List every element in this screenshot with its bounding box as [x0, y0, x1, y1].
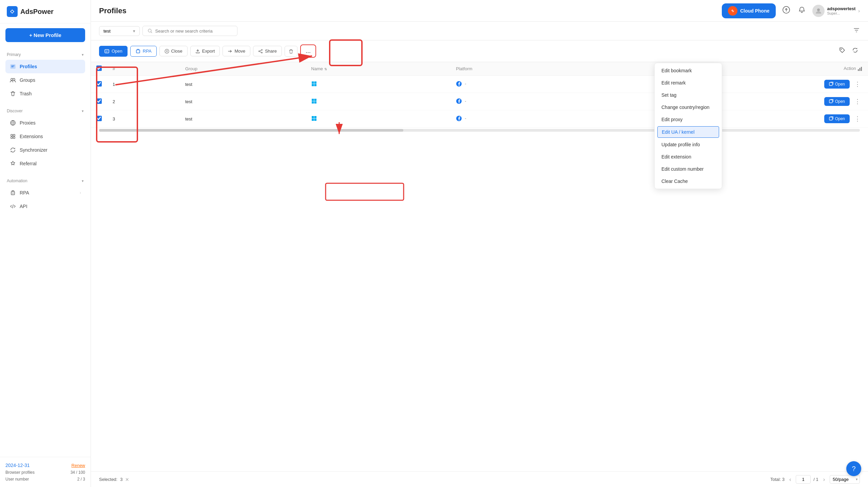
dropdown-item-edit-proxy[interactable]: Edit proxy	[655, 113, 722, 126]
support-button[interactable]: ?	[846, 461, 861, 476]
col-number: #	[107, 62, 180, 76]
row-open-button[interactable]: Open	[824, 114, 850, 123]
rpa-arrow: ›	[80, 190, 81, 195]
svg-rect-9	[11, 191, 15, 195]
svg-rect-36	[314, 101, 317, 104]
automation-section-label[interactable]: Automation ▾	[0, 176, 91, 186]
total-label: Total: 3	[770, 477, 785, 482]
sidebar-item-groups[interactable]: Groups	[3, 73, 88, 87]
move-button[interactable]: Move	[223, 46, 250, 56]
tag-button[interactable]	[837, 45, 847, 57]
selected-label: Selected:	[99, 477, 117, 482]
row-group: test	[180, 110, 306, 128]
notification-button[interactable]	[797, 5, 807, 17]
sidebar-item-trash[interactable]: Trash	[3, 87, 88, 100]
filter-button[interactable]	[853, 27, 860, 35]
select-all-header[interactable]	[91, 62, 107, 76]
clear-selection-button[interactable]: ✕	[125, 477, 129, 482]
row-checkbox[interactable]	[96, 116, 102, 121]
row-checkbox-cell[interactable]	[91, 76, 107, 93]
sidebar-item-proxies[interactable]: Proxies	[3, 116, 88, 130]
api-icon	[9, 203, 16, 210]
dropdown-item-clear-cache[interactable]: Clear Cache	[655, 175, 722, 187]
renew-link[interactable]: Renew	[72, 463, 85, 468]
more-actions-button[interactable]: ...	[300, 44, 316, 58]
groups-icon	[9, 77, 16, 83]
sidebar-item-rpa[interactable]: RPA ›	[3, 186, 88, 200]
sidebar-item-extensions[interactable]: Extensions	[3, 130, 88, 143]
facebook-icon: -	[456, 81, 466, 87]
row-checkbox-cell[interactable]	[91, 110, 107, 128]
dropdown-item-edit-bookmark[interactable]: Edit bookmark	[655, 64, 722, 77]
upload-button[interactable]	[781, 5, 791, 17]
sidebar-item-synchronizer[interactable]: Synchronizer	[3, 143, 88, 157]
primary-items: Profiles Groups Trash	[0, 60, 91, 100]
stats-icon	[857, 66, 863, 72]
username: adspowertest	[827, 6, 856, 11]
sidebar-referral-label: Referral	[20, 161, 37, 166]
open-button[interactable]: Open	[99, 46, 128, 57]
row-action: Open ⋮	[599, 93, 868, 110]
dropdown-item-edit-extension[interactable]: Edit extension	[655, 151, 722, 163]
share-button[interactable]: Share	[253, 46, 282, 56]
row-checkbox[interactable]	[96, 81, 102, 87]
svg-rect-38	[829, 100, 832, 103]
dropdown-item-change-country[interactable]: Change country/region	[655, 101, 722, 113]
svg-point-20	[262, 49, 263, 50]
sidebar-rpa-label: RPA	[20, 190, 29, 195]
page-input[interactable]	[796, 475, 811, 484]
row-more-button[interactable]: ⋮	[852, 97, 863, 106]
sidebar-item-api[interactable]: API	[3, 200, 88, 213]
dropdown-item-update-profile[interactable]: Update profile info	[655, 138, 722, 151]
user-number-value: 2 / 3	[77, 477, 85, 482]
per-page-selector[interactable]: 50/page 100/page	[830, 475, 860, 484]
page-separator: / 1	[813, 477, 818, 482]
row-checkbox[interactable]	[96, 98, 102, 104]
col-name[interactable]: Name ⇅	[306, 62, 450, 76]
select-all-checkbox[interactable]	[96, 65, 102, 71]
dropdown-item-set-tag[interactable]: Set tag	[655, 89, 722, 101]
next-page-button[interactable]: ›	[821, 476, 827, 483]
row-open-button[interactable]: Open	[824, 97, 850, 106]
sidebar-item-profiles[interactable]: Profiles	[5, 60, 85, 73]
svg-rect-6	[13, 134, 15, 136]
svg-rect-17	[105, 50, 109, 53]
svg-point-10	[12, 192, 13, 193]
prev-page-button[interactable]: ‹	[787, 476, 793, 483]
table-footer: Selected: 3 ✕ Total: 3 ‹ / 1 › 50/page 1…	[91, 471, 868, 487]
cloud-phone-label: Cloud Phone	[740, 8, 769, 14]
horizontal-scrollbar[interactable]	[99, 129, 860, 132]
new-profile-button[interactable]: + New Profile	[5, 28, 85, 42]
group-selector[interactable]: test ▾	[99, 26, 140, 36]
refresh-button[interactable]	[850, 45, 860, 57]
user-profile[interactable]: adspowertest Super... ›	[812, 5, 860, 17]
rpa-button[interactable]: RPA	[130, 46, 157, 57]
svg-rect-30	[314, 84, 317, 86]
close-button[interactable]: Close	[159, 46, 188, 56]
search-input[interactable]	[155, 29, 232, 34]
dropdown-item-edit-custom-number[interactable]: Edit custom number	[655, 163, 722, 175]
proxies-icon	[9, 119, 16, 126]
discover-section-label[interactable]: Discover ▾	[0, 106, 91, 116]
export-button[interactable]: Export	[190, 46, 220, 56]
cloud-phone-button[interactable]: Cloud Phone	[722, 3, 775, 18]
svg-rect-40	[314, 116, 317, 118]
row-more-button[interactable]: ⋮	[852, 114, 863, 123]
dropdown-item-edit-ua-kernel[interactable]: Edit UA / kernel	[657, 126, 719, 138]
row-open-button[interactable]: Open	[824, 80, 850, 89]
row-checkbox-cell[interactable]	[91, 93, 107, 110]
svg-rect-35	[312, 101, 314, 104]
dropdown-item-edit-remark[interactable]: Edit remark	[655, 77, 722, 89]
sidebar-extensions-label: Extensions	[20, 134, 43, 139]
svg-rect-41	[312, 118, 314, 121]
delete-button[interactable]	[285, 46, 297, 57]
referral-icon	[9, 160, 16, 167]
sidebar-api-label: API	[20, 204, 27, 209]
svg-rect-42	[314, 118, 317, 121]
primary-section-label[interactable]: Primary ▾	[0, 50, 91, 60]
logo-text: AdsPower	[20, 8, 54, 16]
per-page-select[interactable]: 50/page 100/page	[830, 475, 860, 484]
sidebar-item-referral[interactable]: Referral	[3, 157, 88, 170]
row-more-button[interactable]: ⋮	[852, 80, 863, 89]
search-box[interactable]	[142, 26, 237, 36]
